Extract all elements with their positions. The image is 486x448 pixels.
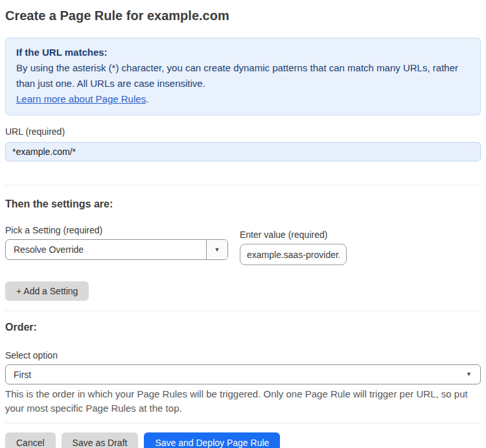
save-as-draft-button[interactable]: Save as Draft [62, 432, 139, 448]
order-select-arrow: ▼ [466, 365, 480, 384]
setting-value-input[interactable] [240, 244, 347, 265]
info-box-body: By using the asterisk (*) character, you… [16, 60, 470, 91]
value-field-label: Enter value (required) [240, 230, 347, 241]
settings-row: Pick a Setting (required) Resolve Overri… [5, 214, 481, 265]
learn-more-link[interactable]: Learn more about Page Rules [16, 93, 146, 104]
page-rule-form: Create a Page Rule for example.com If th… [0, 8, 486, 448]
setting-select-label: Pick a Setting (required) [5, 225, 228, 236]
url-field-label: URL (required) [5, 126, 481, 137]
info-box-heading: If the URL matches: [16, 45, 470, 60]
setting-select[interactable]: Resolve Override ▼ [5, 239, 228, 260]
order-select-label: Select option [5, 350, 481, 361]
info-box-link-line: Learn more about Page Rules. [16, 91, 470, 107]
chevron-down-icon: ▼ [214, 247, 220, 253]
setting-select-arrow-box[interactable]: ▼ [206, 240, 227, 259]
page-title: Create a Page Rule for example.com [5, 8, 481, 23]
add-setting-button[interactable]: + Add a Setting [5, 281, 89, 301]
order-select-value: First [6, 365, 466, 384]
cancel-button[interactable]: Cancel [5, 432, 56, 448]
save-and-deploy-button[interactable]: Save and Deploy Page Rule [144, 432, 280, 448]
settings-section-heading: Then the settings are: [5, 198, 481, 210]
setting-select-value: Resolve Override [6, 240, 206, 259]
url-input[interactable] [5, 142, 481, 161]
order-help-text: This is the order in which your Page Rul… [5, 387, 472, 416]
divider-settings-order [5, 311, 481, 311]
setting-value-column: Enter value (required) [240, 218, 347, 265]
divider-url-settings [5, 185, 481, 185]
divider-footer [5, 423, 481, 423]
url-match-info-box: If the URL matches: By using the asteris… [5, 38, 481, 115]
order-section-heading: Order: [5, 321, 481, 333]
link-suffix: . [146, 93, 148, 104]
footer-actions: Cancel Save as Draft Save and Deploy Pag… [5, 432, 481, 448]
order-select[interactable]: First ▼ [5, 364, 481, 384]
setting-picker-column: Pick a Setting (required) Resolve Overri… [5, 214, 228, 265]
chevron-down-icon: ▼ [466, 371, 472, 377]
